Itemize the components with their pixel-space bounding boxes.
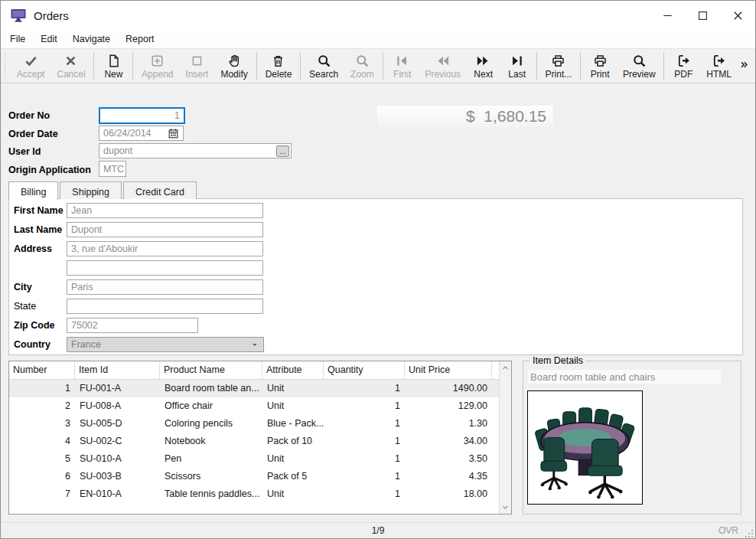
cell-unit-price: 1490.00 bbox=[405, 380, 492, 397]
toolbar-button-append: Append bbox=[135, 49, 179, 83]
state-input[interactable] bbox=[67, 299, 263, 314]
toolbar-button-print[interactable]: Print bbox=[583, 49, 617, 83]
scroll-down-icon[interactable] bbox=[500, 501, 512, 514]
state-label: State bbox=[14, 299, 36, 314]
toolbar-button-html[interactable]: HTML bbox=[700, 49, 738, 83]
last-name-input[interactable]: Dupont bbox=[67, 222, 263, 237]
column-header-quantity[interactable]: Quantity bbox=[324, 361, 405, 379]
toolbar-button-label: Zoom bbox=[350, 69, 374, 80]
close-button[interactable] bbox=[720, 1, 755, 30]
column-header-product-name[interactable]: Product Name bbox=[160, 361, 262, 379]
cell-number: 3 bbox=[9, 415, 75, 433]
resize-grip[interactable] bbox=[745, 528, 754, 537]
product-image bbox=[527, 390, 643, 505]
toolbar-button-modify[interactable]: Modify bbox=[214, 49, 253, 83]
table-row[interactable]: 7EN-010-ATable tennis paddles...Unit118.… bbox=[9, 485, 511, 503]
table-row[interactable]: 2FU-008-AOffice chairUnit1129.00 bbox=[9, 397, 511, 415]
address-input[interactable]: 3, rue d'Aboukir bbox=[67, 241, 263, 256]
toolbar-separator bbox=[132, 52, 133, 80]
table-scrollbar[interactable] bbox=[499, 361, 511, 514]
export-icon bbox=[712, 54, 726, 68]
table-row[interactable]: 6SU-003-BScissorsPack of 514.35 bbox=[9, 468, 511, 485]
cell-number: 2 bbox=[9, 397, 75, 415]
tab-strip: BillingShippingCredit Card bbox=[8, 181, 197, 199]
column-header-unit-price[interactable]: Unit Price bbox=[405, 361, 492, 379]
address-line-2-input[interactable] bbox=[67, 260, 263, 276]
column-header-attribute[interactable]: Attribute bbox=[262, 361, 324, 379]
user-id-browse-button[interactable]: ... bbox=[276, 145, 289, 157]
order-date-input[interactable]: 06/24/2014 bbox=[99, 126, 184, 141]
toolbar-separator bbox=[93, 52, 94, 80]
maximize-button[interactable] bbox=[685, 1, 720, 30]
table-row[interactable]: 3SU-005-DColoring pencilsBlue - Pack...1… bbox=[9, 415, 511, 433]
toolbar-button-print[interactable]: Print... bbox=[539, 49, 578, 83]
field-value: 3, rue d'Aboukir bbox=[71, 243, 138, 254]
window-title: Orders bbox=[34, 9, 69, 22]
city-input[interactable]: Paris bbox=[67, 279, 263, 295]
cell-attribute: Unit bbox=[262, 485, 324, 503]
cell-attribute: Blue - Pack... bbox=[262, 415, 324, 433]
item-details-group: Item Details Board room table and chairs bbox=[523, 361, 741, 514]
cell-unit-price: 1.30 bbox=[405, 415, 492, 433]
scroll-up-icon[interactable] bbox=[500, 361, 512, 374]
origin-application-input[interactable]: MTC bbox=[99, 161, 126, 177]
menu-file[interactable]: File bbox=[2, 31, 33, 47]
cell-product-name: Table tennis paddles... bbox=[160, 485, 262, 503]
toolbar-button-next[interactable]: Next bbox=[467, 49, 500, 83]
table-row[interactable]: 1FU-001-ABoard room table an...Unit11490… bbox=[9, 380, 511, 397]
calendar-icon[interactable] bbox=[168, 128, 179, 139]
cell-attribute: Pack of 5 bbox=[262, 468, 324, 485]
app-icon bbox=[11, 8, 26, 22]
menu-edit[interactable]: Edit bbox=[33, 31, 65, 47]
tab-billing[interactable]: Billing bbox=[8, 181, 58, 200]
toolbar-button-label: Preview bbox=[623, 69, 656, 80]
user-id-value: dupont bbox=[103, 145, 132, 156]
menu-navigate[interactable]: Navigate bbox=[65, 31, 118, 47]
country-select[interactable]: France bbox=[67, 337, 264, 352]
double-left-icon bbox=[435, 54, 450, 68]
column-header-number[interactable]: Number bbox=[9, 361, 75, 379]
toolbar-button-accept: Accept bbox=[11, 49, 51, 83]
toolbar-button-label: HTML bbox=[706, 69, 732, 80]
toolbar-button-delete[interactable]: Delete bbox=[259, 49, 298, 83]
cell-number: 4 bbox=[9, 433, 75, 450]
toolbar-button-previous: Previous bbox=[419, 49, 467, 83]
table-row[interactable]: 5SU-010-APenUnit13.50 bbox=[9, 450, 511, 468]
skip-first-icon bbox=[395, 54, 409, 68]
toolbar-button-label: PDF bbox=[674, 69, 692, 80]
toolbar-grip[interactable] bbox=[4, 53, 6, 79]
cell-product-name: Office chair bbox=[160, 397, 262, 415]
item-details-title: Item Details bbox=[530, 355, 586, 366]
cell-item-id: SU-003-B bbox=[75, 468, 160, 485]
column-header-item-id[interactable]: Item Id bbox=[75, 361, 160, 379]
cell-unit-price: 4.35 bbox=[405, 468, 492, 485]
cell-unit-price: 34.00 bbox=[405, 433, 492, 450]
tab-credit-card[interactable]: Credit Card bbox=[123, 181, 197, 199]
zip-code-input[interactable]: 75002 bbox=[67, 318, 198, 333]
order-no-input[interactable]: 1 bbox=[99, 107, 185, 124]
table-row[interactable]: 4SU-002-CNotebookPack of 10134.00 bbox=[9, 433, 511, 450]
menu-report[interactable]: Report bbox=[118, 31, 162, 47]
toolbar-button-new[interactable]: New bbox=[96, 49, 130, 83]
toolbar-button-search[interactable]: Search bbox=[303, 49, 344, 83]
first-name-input[interactable]: Jean bbox=[67, 203, 263, 218]
toolbar-button-label: Last bbox=[508, 69, 526, 80]
toolbar-overflow-button[interactable] bbox=[738, 60, 751, 72]
toolbar-button-label: Insert bbox=[185, 69, 208, 80]
cell-item-id: SU-005-D bbox=[75, 415, 160, 433]
toolbar-button-preview[interactable]: Preview bbox=[617, 49, 661, 83]
toolbar-separator bbox=[663, 52, 664, 80]
toolbar-button-first: First bbox=[386, 49, 419, 83]
plus-square-icon bbox=[150, 54, 165, 68]
square-icon bbox=[190, 54, 204, 68]
tab-shipping[interactable]: Shipping bbox=[60, 181, 122, 199]
toolbar-button-label: Next bbox=[474, 69, 493, 80]
minimize-button[interactable] bbox=[650, 1, 685, 30]
toolbar-button-last[interactable]: Last bbox=[500, 49, 534, 83]
toolbar-button-cancel: Cancel bbox=[51, 49, 91, 83]
user-id-input[interactable]: dupont ... bbox=[99, 143, 292, 158]
toolbar-button-pdf[interactable]: PDF bbox=[666, 49, 700, 83]
toolbar-button-label: First bbox=[393, 69, 411, 80]
toolbar-button-label: Delete bbox=[266, 69, 292, 80]
cell-number: 5 bbox=[9, 450, 75, 468]
